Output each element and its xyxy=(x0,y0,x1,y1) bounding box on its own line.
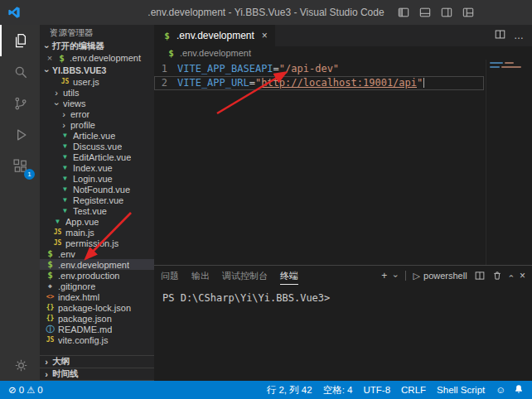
tree-item-index.html[interactable]: index.html xyxy=(40,291,154,302)
tree-item-utils[interactable]: ›utils xyxy=(40,87,154,98)
kill-terminal-icon[interactable] xyxy=(492,271,502,281)
source-control-icon[interactable] xyxy=(0,88,40,119)
close-panel-icon[interactable]: × xyxy=(520,270,525,281)
project-header[interactable]: › YI.BBS.VUE3 xyxy=(40,64,154,76)
chevron-right-icon: › xyxy=(60,109,68,119)
tree-item-permission.js[interactable]: permission.js xyxy=(40,238,154,248)
extensions-icon[interactable]: 1 xyxy=(0,151,40,182)
tree-item-user.js[interactable]: user.js xyxy=(40,76,154,87)
tree-item-Discuss.vue[interactable]: Discuss.vue xyxy=(40,141,154,151)
tree-item-profile[interactable]: ›profile xyxy=(40,119,154,130)
file-label: utils xyxy=(63,88,80,98)
editor-region: .env.development × … .env.development 1V… xyxy=(154,25,532,381)
status-item[interactable]: UTF-8 xyxy=(363,385,390,395)
close-icon[interactable]: × xyxy=(46,53,54,63)
code-line-2[interactable]: 2VITE_APP_URL="http://localhost:19001/ap… xyxy=(154,76,484,90)
file-label: views xyxy=(63,99,86,108)
tree-item-package.json[interactable]: package.json xyxy=(40,313,154,324)
shell-selector[interactable]: ▷ powershell xyxy=(414,271,467,281)
tree-item-.env[interactable]: .env xyxy=(40,248,154,259)
panel-tab-问题[interactable]: 问题 xyxy=(161,267,179,285)
tree-item-App.vue[interactable]: App.vue xyxy=(40,216,154,227)
code-line-1[interactable]: 1VITE_APP_BASEAPI="/api-dev" xyxy=(154,62,484,76)
toggle-sidebar-icon[interactable] xyxy=(398,7,409,18)
code-editor[interactable]: 1VITE_APP_BASEAPI="/api-dev"2VITE_APP_UR… xyxy=(154,62,484,90)
file-label: .gitignore xyxy=(58,281,95,291)
settings-gear-icon[interactable] xyxy=(0,349,40,381)
chevron-down-icon: › xyxy=(42,66,52,75)
split-terminal-icon[interactable] xyxy=(475,271,485,281)
toggle-panel-icon[interactable] xyxy=(419,7,431,18)
tree-item-.env.production[interactable]: .env.production xyxy=(40,270,154,281)
feedback-smiley-icon[interactable]: ☺ xyxy=(496,385,505,395)
tree-item-README.md[interactable]: README.md xyxy=(40,324,154,334)
new-terminal-icon[interactable]: + xyxy=(381,270,387,281)
open-editor-item[interactable]: × .env.development xyxy=(40,52,154,64)
minimap[interactable] xyxy=(486,60,532,265)
vscode-logo-icon[interactable] xyxy=(0,6,28,19)
vue-file-icon xyxy=(60,196,70,204)
notifications-bell-icon[interactable] xyxy=(514,384,524,396)
panel-tab-调试控制台[interactable]: 调试控制台 xyxy=(222,267,268,285)
explorer-icon[interactable] xyxy=(0,25,40,56)
tree-item-views[interactable]: ›views xyxy=(40,98,154,108)
sidebar-bottom-sections: › 大纲 › 时间线 xyxy=(40,355,154,381)
run-debug-icon[interactable] xyxy=(0,119,40,151)
tree-item-Test.vue[interactable]: Test.vue xyxy=(40,205,154,216)
tree-item-Login.vue[interactable]: Login.vue xyxy=(40,173,154,184)
panel-actions: + › ▷ powershell › xyxy=(381,270,525,281)
json-file-icon xyxy=(45,304,56,311)
problems-indicator[interactable]: ⊘0 ⚠0 xyxy=(8,384,43,396)
customize-layout-icon[interactable] xyxy=(462,7,474,18)
status-item[interactable]: Shell Script xyxy=(437,385,485,395)
tree-item-.gitignore[interactable]: .gitignore xyxy=(40,281,154,291)
file-label: permission.js xyxy=(65,238,118,248)
search-icon[interactable] xyxy=(0,56,40,88)
tree-item-EditArticle.vue[interactable]: EditArticle.vue xyxy=(40,151,154,162)
terminal-output[interactable]: PS D:\CSharp\Yi\Yi.BBS.Vue3> xyxy=(154,286,532,381)
panel-tab-输出[interactable]: 输出 xyxy=(191,267,210,285)
toggle-secondary-sidebar-icon[interactable] xyxy=(441,7,452,18)
code-area: 1VITE_APP_BASEAPI="/api-dev"2VITE_APP_UR… xyxy=(154,60,532,265)
file-label: Register.vue xyxy=(73,195,123,205)
chevron-right-icon: › xyxy=(52,88,60,98)
breadcrumb-label: .env.development xyxy=(180,48,251,58)
vue-file-icon xyxy=(60,175,70,182)
tree-item-main.js[interactable]: main.js xyxy=(40,227,154,238)
chevron-down-icon: › xyxy=(42,42,52,50)
maximize-panel-icon[interactable]: › xyxy=(506,274,515,276)
tree-item-package-lock.json[interactable]: package-lock.json xyxy=(40,302,154,313)
tree-item-.env.development[interactable]: .env.development xyxy=(40,259,154,270)
status-item[interactable]: CRLF xyxy=(401,385,426,395)
tab-label: .env.development xyxy=(177,30,254,41)
warning-icon: ⚠ xyxy=(27,384,35,396)
tree-item-Register.vue[interactable]: Register.vue xyxy=(40,195,154,205)
status-item[interactable]: 行 2, 列 42 xyxy=(267,384,312,397)
vue-file-icon xyxy=(52,218,63,225)
file-label: main.js xyxy=(65,228,94,238)
tree-item-Index.vue[interactable]: Index.vue xyxy=(40,162,154,173)
panel-tab-终端[interactable]: 终端 xyxy=(280,267,298,285)
file-label: Test.vue xyxy=(73,206,107,216)
terminal-dropdown-chevron-icon[interactable]: › xyxy=(391,274,400,276)
status-item[interactable]: 空格: 4 xyxy=(323,384,353,397)
tab-env-development[interactable]: .env.development × xyxy=(154,25,275,46)
divider xyxy=(405,271,406,281)
outline-section-header[interactable]: › 大纲 xyxy=(40,356,154,368)
open-editors-header[interactable]: › 打开的编辑器 xyxy=(40,40,154,52)
status-bar: ⊘0 ⚠0 行 2, 列 42空格: 4UTF-8CRLFShell Scrip… xyxy=(0,381,532,399)
breadcrumb[interactable]: .env.development xyxy=(154,46,532,60)
sidebar-title: 资源管理器 xyxy=(40,25,154,40)
tree-item-vite.config.js[interactable]: vite.config.js xyxy=(40,334,154,345)
timeline-section-header[interactable]: › 时间线 xyxy=(40,368,154,381)
vue-file-icon xyxy=(60,164,70,171)
tree-item-Article.vue[interactable]: Article.vue xyxy=(40,130,154,141)
tab-close-icon[interactable]: × xyxy=(262,30,268,41)
line-number: 2 xyxy=(154,76,177,90)
powershell-icon: ▷ xyxy=(414,271,420,281)
tree-item-NotFound.vue[interactable]: NotFound.vue xyxy=(40,184,154,195)
more-actions-icon[interactable]: … xyxy=(514,30,524,41)
tree-item-error[interactable]: ›error xyxy=(40,108,154,119)
split-editor-icon[interactable] xyxy=(495,29,505,42)
minimap-line xyxy=(490,62,529,64)
